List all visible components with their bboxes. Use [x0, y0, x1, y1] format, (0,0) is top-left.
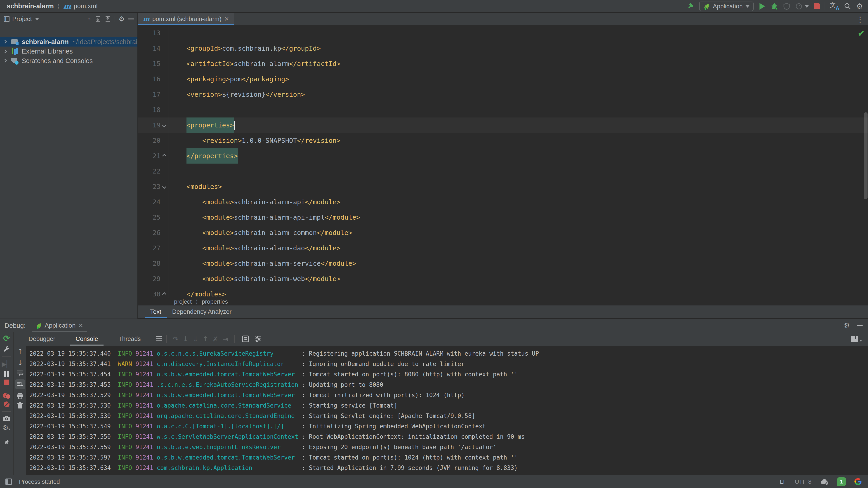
select-opened-file-icon[interactable]: ⌖ [87, 15, 91, 23]
project-panel-icon[interactable] [4, 16, 9, 22]
step-into-icon[interactable]: ↓ [181, 335, 191, 343]
pin-tab-icon[interactable] [3, 439, 10, 446]
expand-chevron-icon[interactable] [3, 59, 7, 63]
resume-program-icon[interactable]: ▶▏ [2, 360, 11, 368]
search-everywhere-icon[interactable] [844, 3, 851, 10]
log-row[interactable]: 2022-03-19 15:35:37.559INFO91241o.s.b.a.… [29, 442, 868, 452]
code-line[interactable]: 24<module>schbrain-alarm-api</module> [138, 194, 868, 210]
view-options-icon[interactable] [254, 335, 261, 342]
debug-settings-gear-icon[interactable]: ⚙ [844, 322, 850, 329]
code-line[interactable]: 30</modules> [138, 287, 868, 298]
tree-item-project-root[interactable]: schbrain-alarm ~/IdeaProjects/schbrain-a [0, 37, 137, 46]
run-configuration-select[interactable]: Application [699, 2, 753, 11]
code-line[interactable]: 25<module>schbrain-alarm-api-impl</modul… [138, 210, 868, 225]
code-line[interactable]: 26<module>schbrain-alarm-common</module> [138, 225, 868, 240]
expand-chevron-icon[interactable] [3, 40, 7, 44]
fold-marker-icon[interactable] [162, 292, 166, 296]
build-hammer-icon[interactable] [687, 3, 694, 10]
clear-all-trash-icon[interactable] [17, 402, 23, 409]
stop-process-icon[interactable] [4, 380, 9, 385]
code-line[interactable]: 18 [138, 102, 868, 118]
soft-wrap-icon[interactable] [17, 370, 24, 376]
tool-window-switcher-icon[interactable] [5, 479, 12, 485]
editor-tab-pom-xml[interactable]: m pom.xml (schbrain-alarm) ✕ [138, 13, 234, 25]
code-line[interactable]: 20<revision>1.0.0-SNAPSHOT</revision> [138, 133, 868, 148]
debug-gear-icon[interactable]: ⚙ [3, 424, 11, 431]
google-plugin-icon[interactable] [854, 478, 862, 486]
drop-frame-icon[interactable]: ✗ [211, 335, 220, 343]
log-row[interactable]: 2022-03-19 15:35:37.549INFO91241o.a.c.c.… [29, 421, 868, 431]
code-line[interactable]: 27<module>schbrain-alarm-dao</module> [138, 240, 868, 256]
pause-program-icon[interactable] [4, 371, 9, 377]
code-line[interactable]: 23<modules> [138, 179, 868, 194]
line-separator-indicator[interactable]: LF [780, 478, 786, 485]
cloud-sync-icon[interactable] [819, 478, 829, 485]
restore-layout-icon[interactable] [851, 335, 862, 342]
code-line[interactable]: 15<artifactId>schbrain-alarm</artifactId… [138, 56, 868, 71]
debug-button[interactable] [771, 3, 778, 10]
log-row[interactable]: 2022-03-19 15:35:37.550INFO91241w.s.c.Se… [29, 431, 868, 442]
wrench-settings-icon[interactable] [3, 346, 10, 352]
project-settings-gear-icon[interactable]: ⚙ [119, 15, 125, 22]
stop-button[interactable] [814, 3, 819, 9]
force-step-into-icon[interactable]: ⇓ [191, 335, 200, 343]
code-line[interactable]: 22 [138, 164, 868, 179]
fold-marker-icon[interactable] [162, 154, 166, 158]
tab-threads[interactable]: Threads [113, 332, 146, 346]
close-tab-icon[interactable]: ✕ [224, 16, 229, 22]
code-line[interactable]: 16<packaging>pom</packaging> [138, 71, 868, 87]
log-row[interactable]: 2022-03-19 15:35:37.529INFO91241o.s.b.w.… [29, 390, 868, 400]
debug-session-tab[interactable]: Application ✕ [32, 319, 88, 332]
hide-debug-panel-icon[interactable] [857, 325, 863, 326]
profiler-chevron-icon[interactable] [805, 5, 809, 8]
console-output[interactable]: 2022-03-19 15:35:37.440INFO91241o.s.c.n.… [26, 346, 868, 475]
mute-breakpoints-icon[interactable] [4, 401, 9, 408]
tab-dependency-analyzer[interactable]: Dependency Analyzer [167, 305, 237, 318]
breadcrumb-project[interactable]: schbrain-alarm [7, 2, 54, 10]
breadcrumb-file[interactable]: pom.xml [74, 2, 98, 10]
notification-badge[interactable]: 1 [837, 477, 846, 486]
log-row[interactable]: 2022-03-19 15:35:37.454INFO91241o.s.b.w.… [29, 369, 868, 380]
run-to-cursor-icon[interactable]: ⇥ [220, 335, 230, 343]
up-stack-trace-icon[interactable]: ↑ [17, 348, 23, 355]
evaluate-expression-icon[interactable] [242, 335, 249, 342]
close-session-icon[interactable]: ✕ [79, 323, 84, 328]
editor-scrollbar[interactable] [864, 112, 868, 199]
log-row[interactable]: 2022-03-19 15:35:37.455INFO91241.s.c.n.e… [29, 380, 868, 390]
code-line[interactable]: 28<module>schbrain-alarm-service</module… [138, 256, 868, 271]
log-row[interactable]: 2022-03-19 15:35:37.440INFO91241o.s.c.n.… [29, 348, 868, 359]
scroll-to-end-icon[interactable] [15, 379, 25, 389]
step-over-icon[interactable]: ↷ [170, 335, 181, 343]
tab-options-kebab-icon[interactable]: ⋮ [856, 15, 864, 24]
rerun-icon[interactable]: ⟳ [3, 334, 10, 343]
tab-console[interactable]: Console [70, 332, 103, 346]
run-button[interactable] [758, 3, 766, 10]
tree-item-external-libraries[interactable]: External Libraries [0, 46, 137, 56]
log-row[interactable]: 2022-03-19 15:35:37.441WARN91241c.n.disc… [29, 359, 868, 369]
code-line[interactable]: 29<module>schbrain-alarm-web</module> [138, 271, 868, 287]
breadcrumb-item-project[interactable]: project [174, 298, 192, 305]
collapse-all-icon[interactable] [105, 16, 111, 22]
expand-chevron-icon[interactable] [3, 50, 7, 53]
translate-icon[interactable]: 文A [830, 2, 839, 11]
down-stack-trace-icon[interactable]: ↓ [17, 359, 23, 367]
tab-text[interactable]: Text [145, 305, 167, 318]
layout-options-menu-icon[interactable] [156, 336, 162, 337]
thread-dump-camera-icon[interactable] [3, 416, 10, 421]
project-view-chevron-icon[interactable] [35, 18, 39, 20]
tab-debugger[interactable]: Debugger [23, 332, 61, 346]
log-row[interactable]: 2022-03-19 15:35:37.530INFO91241org.apac… [29, 411, 868, 421]
code-line[interactable]: 13 [138, 25, 868, 41]
log-row[interactable]: 2022-03-19 15:35:37.530INFO91241o.apache… [29, 400, 868, 411]
code-editor[interactable]: 1314<groupId>com.schbrain.kp</groupId>15… [138, 25, 868, 298]
settings-gear-icon[interactable]: ⚙ [856, 2, 863, 10]
code-line[interactable]: 17<version>${revision}</version> [138, 87, 868, 102]
step-out-icon[interactable]: ↑ [200, 335, 211, 343]
print-icon[interactable] [17, 393, 24, 399]
profiler-icon[interactable] [795, 3, 802, 10]
fold-marker-icon[interactable] [162, 123, 166, 127]
expand-all-icon[interactable] [95, 16, 101, 22]
log-row[interactable]: 2022-03-19 15:35:37.634INFO91241com.schb… [29, 463, 868, 473]
run-with-coverage-icon[interactable] [783, 3, 790, 10]
code-line[interactable]: 14<groupId>com.schbrain.kp</groupId> [138, 41, 868, 56]
